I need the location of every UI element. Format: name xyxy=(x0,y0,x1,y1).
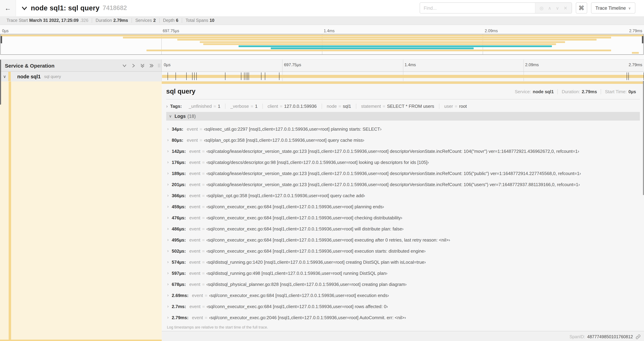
chevron-right-icon: › xyxy=(167,215,168,220)
minimap-viewport-handle-left[interactable] xyxy=(1,36,2,43)
log-equals: = xyxy=(202,204,205,209)
log-marker-tick xyxy=(176,72,176,80)
log-equals: = xyxy=(200,126,202,132)
find-input[interactable] xyxy=(420,3,535,13)
log-row[interactable]: ›176µs:event=‹sql/catalog/descs/descript… xyxy=(166,157,640,168)
tag-item[interactable]: statement=SELECT * FROM users xyxy=(356,103,439,109)
detail-info-item: Start Time:0µs xyxy=(601,89,640,94)
clear-find-icon[interactable]: ✕ xyxy=(564,6,567,10)
log-field-key: event xyxy=(190,160,200,165)
log-field-value: ‹sql/conn_executor_exec.go:684 [nsql1,cl… xyxy=(206,226,404,231)
log-field-key: event xyxy=(187,137,198,143)
minimap-span-bar xyxy=(1,35,643,36)
logs-section: ∨ Logs (18) ›34µs:event=‹sql/exec_util.g… xyxy=(166,112,640,329)
chevron-right-icon: › xyxy=(167,160,168,165)
log-row[interactable]: ›678µs:event=‹sql/distsql_physical_plann… xyxy=(166,279,640,290)
span-id-value: 4877749850101760812 xyxy=(587,334,633,339)
log-row[interactable]: ›142µs:event=‹sql/catalog/lease/descript… xyxy=(166,146,640,157)
minimap-span-bar xyxy=(200,41,565,43)
log-timestamp: 476µs: xyxy=(172,215,186,220)
tag-item[interactable]: client=127.0.0.1:59936 xyxy=(262,103,322,109)
collapse-trace-chevron[interactable] xyxy=(22,6,27,11)
logs-header[interactable]: ∨ Logs (18) xyxy=(166,112,640,121)
tag-equals: = xyxy=(214,103,216,109)
expand-one-icon[interactable] xyxy=(131,63,136,68)
log-timestamp: 678µs: xyxy=(172,281,186,287)
right-scrollbar[interactable] xyxy=(643,81,644,195)
log-row[interactable]: ›495µs:event=‹sql/conn_executor_exec.go:… xyxy=(166,234,640,245)
log-row[interactable]: ›201µs:event=‹sql/catalog/lease/descript… xyxy=(166,179,640,190)
tag-equals: = xyxy=(251,103,253,109)
detail-header: sql query Service:node sql1Duration:2.79… xyxy=(166,84,640,99)
log-row[interactable]: ›459µs:event=‹sql/conn_executor_exec.go:… xyxy=(166,201,640,212)
log-row[interactable]: ›80µs:event=‹sql/plan_opt.go:358 [nsql1,… xyxy=(166,134,640,146)
tags-row[interactable]: › Tags: _unfinished=1_verbose=1client=12… xyxy=(166,102,640,111)
log-row[interactable]: ›574µs:event=‹sql/distsql_running.go:142… xyxy=(166,256,640,267)
chevron-down-icon[interactable]: ∨ xyxy=(3,74,6,79)
minimap-viewport-handle-right[interactable] xyxy=(642,36,643,43)
ruler-tick-label: 2.09ms xyxy=(525,62,539,67)
trace-meta-item: Depth6 xyxy=(159,18,182,23)
log-timestamp: 486µs: xyxy=(172,226,186,231)
log-row[interactable]: ›34µs:event=‹sql/exec_util.go:2297 [nsql… xyxy=(166,123,640,134)
chevron-right-icon: › xyxy=(167,127,168,131)
view-selector-label: Trace Timeline xyxy=(595,5,626,11)
log-field-key: event xyxy=(190,248,200,253)
log-field-value: ‹sql/conn_executor_exec.go:684 [nsql1,cl… xyxy=(206,304,388,309)
tag-item[interactable]: _verbose=1 xyxy=(225,103,262,109)
locate-icon[interactable]: ◎ xyxy=(540,6,544,10)
log-row[interactable]: ›486µs:event=‹sql/conn_executor_exec.go:… xyxy=(166,223,640,234)
keyboard-shortcuts-button[interactable]: ⌘ xyxy=(576,3,587,14)
log-timestamp: 201µs: xyxy=(172,182,186,187)
view-selector-button[interactable]: Trace Timeline ∨ xyxy=(591,3,635,14)
info-label: Service: xyxy=(515,89,531,94)
trace-minimap: 0µs697.75µs1.4ms2.09ms2.79ms xyxy=(0,25,644,60)
next-match-icon[interactable]: ∨ xyxy=(556,6,559,10)
detail-info-item: Service:node sql1 xyxy=(511,89,558,94)
span-row-timeline[interactable] xyxy=(162,72,644,81)
link-icon[interactable] xyxy=(636,334,640,339)
page-title: node sql1: sql query xyxy=(31,4,100,12)
log-equals: = xyxy=(202,304,205,309)
log-row[interactable]: ›476µs:event=‹sql/conn_executor_exec.go:… xyxy=(166,212,640,223)
collapse-all-icon[interactable] xyxy=(122,63,127,68)
tag-item[interactable]: user=root xyxy=(439,103,472,109)
log-field-key: event xyxy=(190,304,200,309)
column-resize-handle[interactable]: || xyxy=(158,63,161,68)
minimap-canvas[interactable] xyxy=(0,34,644,55)
info-value: node sql1 xyxy=(533,89,554,94)
ruler-tick-label: 1.4ms xyxy=(404,62,416,67)
minimap-span-bar xyxy=(147,50,611,52)
log-field-key: event xyxy=(190,259,200,265)
log-row[interactable]: ›2.7ms:event=‹sql/conn_executor_exec.go:… xyxy=(166,301,640,312)
meta-value: 10 xyxy=(210,18,214,23)
tags-list: _unfinished=1_verbose=1client=127.0.0.1:… xyxy=(184,103,472,109)
log-row[interactable]: ›502µs:event=‹sql/conn_executor_exec.go:… xyxy=(166,245,640,256)
log-row[interactable]: ›2.79ms:event=‹sql/conn_executor_exec.go… xyxy=(166,312,640,323)
log-equals: = xyxy=(202,281,205,287)
log-row[interactable]: ›597µs:event=‹sql/distsql_running.go:498… xyxy=(166,267,640,279)
prev-match-icon[interactable]: ∧ xyxy=(548,6,551,10)
minimap-span-bar xyxy=(632,52,639,54)
tag-item[interactable]: node=sql1 xyxy=(322,103,356,109)
chevron-right-icon: › xyxy=(167,204,168,209)
top-bar: ← node sql1: sql query 7418682 ◎ ∧ ∨ ✕ ⌘… xyxy=(0,0,644,16)
expand-all-double-icon[interactable] xyxy=(149,63,154,68)
log-marker-tick xyxy=(225,72,225,80)
log-row[interactable]: ›366µs:event=‹sql/plan_opt.go:358 [nsql1… xyxy=(166,190,640,201)
collapse-all-double-icon[interactable] xyxy=(140,63,145,68)
span-row[interactable]: ∨ node sql1 sql query xyxy=(0,72,644,82)
log-timestamp: 366µs: xyxy=(172,193,186,198)
log-row[interactable]: ›2.69ms:event=‹sql/conn_executor_exec.go… xyxy=(166,290,640,301)
detail-title: sql query xyxy=(166,88,196,95)
tag-item[interactable]: _unfinished=1 xyxy=(184,103,225,109)
back-button[interactable]: ← xyxy=(0,0,16,16)
tags-label: Tags: xyxy=(170,103,182,109)
left-scrollbar[interactable] xyxy=(0,60,1,105)
log-row[interactable]: ›189µs:event=‹sql/catalog/lease/descript… xyxy=(166,168,640,179)
log-field-key: event xyxy=(190,215,200,220)
tag-value: 1 xyxy=(255,103,258,109)
span-duration-bar[interactable] xyxy=(162,75,644,78)
minimap-ticks: 0µs697.75µs1.4ms2.09ms2.79ms xyxy=(0,25,644,34)
tag-equals: = xyxy=(382,103,385,109)
